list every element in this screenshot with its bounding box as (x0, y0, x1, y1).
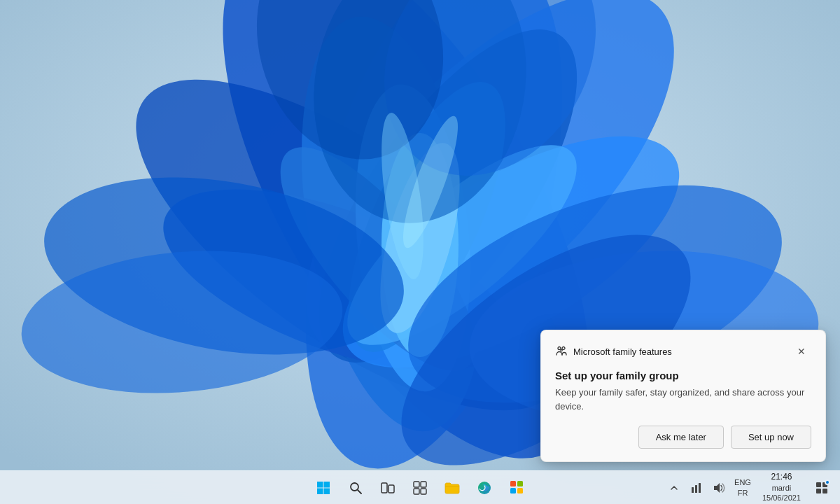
svg-rect-52 (822, 489, 827, 493)
lang-line1: ENG (734, 477, 751, 487)
clock[interactable]: 21:46 mardi 15/06/2021 (757, 472, 806, 503)
network-icon (690, 482, 703, 494)
taskbar-center (309, 474, 531, 502)
notification-body-text: Keep your family safer, stay organized, … (555, 386, 811, 413)
notification-body-title: Set up your family group (555, 370, 811, 382)
svg-rect-44 (517, 488, 523, 493)
file-explorer-button[interactable] (438, 474, 466, 502)
svg-rect-36 (414, 482, 419, 487)
clock-day: mardi (772, 483, 792, 493)
file-explorer-icon (444, 481, 460, 495)
store-icon (509, 480, 524, 496)
svg-rect-47 (699, 483, 701, 493)
taskbar-right: ENG FR 21:46 mardi 15/06/2021 (664, 472, 840, 503)
family-icon (555, 345, 568, 358)
svg-rect-37 (421, 482, 426, 487)
notification-header: Microsoft family features ✕ (555, 342, 811, 361)
svg-rect-46 (695, 485, 697, 493)
svg-point-26 (562, 347, 565, 350)
svg-rect-34 (382, 483, 387, 493)
svg-rect-30 (317, 488, 323, 494)
edge-icon (477, 480, 492, 496)
volume-icon (713, 482, 725, 494)
svg-rect-38 (414, 489, 419, 494)
notification-buttons: Ask me later Set up now (555, 426, 811, 449)
svg-point-25 (558, 347, 561, 350)
taskbar: ENG FR 21:46 mardi 15/06/2021 (0, 470, 840, 504)
svg-rect-43 (510, 488, 516, 493)
search-icon (349, 481, 363, 495)
notification-center-button[interactable] (809, 475, 834, 500)
widgets-icon (413, 481, 427, 495)
notification-title: Microsoft family features (573, 346, 672, 357)
svg-rect-28 (317, 482, 323, 488)
task-view-icon (381, 481, 395, 495)
svg-line-33 (358, 490, 361, 493)
language-indicator[interactable]: ENG FR (732, 477, 754, 498)
store-button[interactable] (503, 474, 531, 502)
svg-rect-39 (421, 489, 426, 494)
ask-later-button[interactable]: Ask me later (638, 426, 724, 449)
svg-marker-48 (714, 483, 720, 493)
notification-title-row: Microsoft family features (555, 345, 672, 358)
svg-rect-35 (388, 485, 394, 493)
volume-button[interactable] (709, 478, 729, 498)
start-button[interactable] (309, 474, 337, 502)
task-view-button[interactable] (374, 474, 402, 502)
notification-popup: Microsoft family features ✕ Set up your … (540, 330, 826, 462)
svg-rect-49 (816, 482, 821, 487)
svg-rect-41 (510, 481, 516, 486)
svg-point-27 (561, 349, 562, 351)
svg-rect-51 (816, 489, 821, 493)
search-button[interactable] (342, 474, 370, 502)
widgets-button[interactable] (406, 474, 434, 502)
svg-rect-29 (324, 482, 330, 488)
svg-rect-42 (517, 481, 523, 486)
clock-time: 21:46 (771, 472, 792, 483)
edge-button[interactable] (470, 474, 498, 502)
network-button[interactable] (687, 478, 706, 498)
notification-badge-dot (825, 479, 830, 485)
tray-chevron-button[interactable] (664, 478, 684, 498)
svg-rect-31 (324, 488, 330, 494)
start-icon (316, 481, 330, 495)
lang-line2: FR (738, 488, 748, 498)
svg-rect-45 (692, 487, 694, 493)
desktop: Microsoft family features ✕ Set up your … (0, 0, 840, 504)
clock-date: 15/06/2021 (762, 493, 801, 503)
setup-now-button[interactable]: Set up now (731, 426, 811, 449)
notification-close-button[interactable]: ✕ (792, 342, 811, 361)
svg-point-32 (351, 483, 358, 491)
chevron-up-icon (670, 484, 678, 492)
